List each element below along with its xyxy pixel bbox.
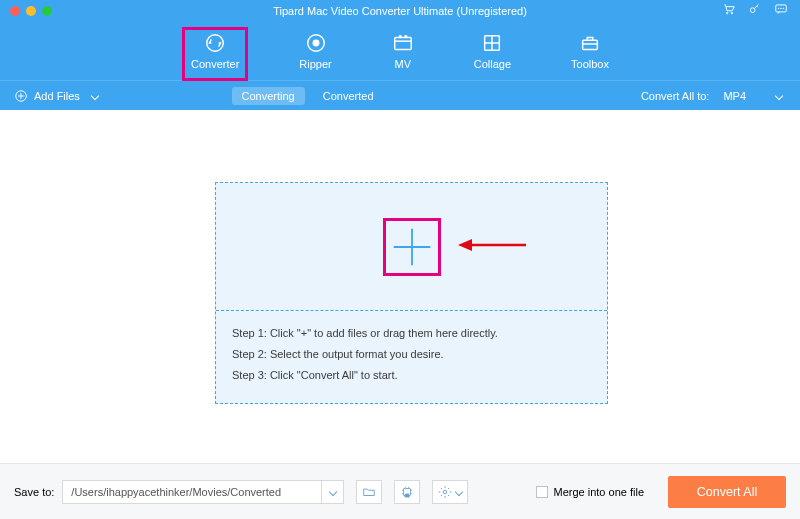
tab-collage[interactable]: Collage	[466, 28, 519, 80]
tab-converter[interactable]: Converter	[183, 28, 247, 80]
maximize-window-button[interactable]	[42, 6, 52, 16]
dropzone-upper[interactable]	[216, 183, 607, 311]
save-to-section: Save to: /Users/ihappyacethinker/Movies/…	[14, 480, 468, 504]
tab-label: MV	[394, 58, 411, 70]
header-actions	[722, 2, 788, 20]
gpu-accel-button[interactable]: ON	[394, 480, 420, 504]
filter-converted[interactable]: Converted	[323, 90, 374, 102]
chevron-down-icon	[455, 487, 463, 495]
title-bar: Tipard Mac Video Converter Ultimate (Unr…	[0, 0, 800, 22]
svg-point-20	[444, 490, 448, 494]
merge-checkbox[interactable]: Merge into one file	[536, 486, 645, 498]
settings-button[interactable]	[432, 480, 468, 504]
queue-filter-tabs: Converting Converted	[232, 87, 374, 105]
svg-rect-14	[583, 40, 598, 49]
window-controls	[10, 6, 52, 16]
key-icon[interactable]	[748, 2, 762, 20]
tab-label: Collage	[474, 58, 511, 70]
chevron-down-icon	[91, 91, 99, 99]
svg-text:ON: ON	[405, 494, 409, 498]
svg-point-0	[726, 12, 728, 14]
tab-label: Toolbox	[571, 58, 609, 70]
feedback-icon[interactable]	[774, 2, 788, 20]
tab-mv[interactable]: MV	[384, 28, 422, 80]
tab-label: Converter	[191, 58, 239, 70]
chevron-down-icon	[775, 91, 783, 99]
svg-rect-10	[394, 38, 411, 50]
merge-label: Merge into one file	[554, 486, 645, 498]
annotation-arrow	[458, 236, 528, 258]
svg-point-11	[399, 36, 401, 38]
chevron-down-icon	[329, 487, 337, 495]
minimize-window-button[interactable]	[26, 6, 36, 16]
plus-circle-icon	[14, 89, 28, 103]
svg-point-2	[750, 8, 755, 13]
output-format-value: MP4	[723, 90, 746, 102]
filter-converting[interactable]: Converting	[232, 87, 305, 105]
convert-all-to-label: Convert All to:	[641, 90, 709, 102]
add-files-label: Add Files	[34, 90, 80, 102]
window-title: Tipard Mac Video Converter Ultimate (Unr…	[273, 5, 527, 17]
add-files-big-button[interactable]	[386, 221, 438, 273]
instruction-step-1: Step 1: Click "+" to add files or drag t…	[232, 323, 591, 344]
save-path-field[interactable]: /Users/ihappyacethinker/Movies/Converted	[62, 480, 322, 504]
ripper-icon	[305, 32, 327, 54]
main-area: Step 1: Click "+" to add files or drag t…	[0, 110, 800, 463]
toolbar: Add Files Converting Converted Convert A…	[0, 80, 800, 110]
arrow-left-icon	[458, 236, 528, 254]
folder-icon	[362, 485, 376, 499]
close-window-button[interactable]	[10, 6, 20, 16]
svg-point-1	[731, 12, 733, 14]
save-path-dropdown-button[interactable]	[322, 480, 344, 504]
svg-point-4	[778, 8, 779, 9]
instruction-step-3: Step 3: Click "Convert All" to start.	[232, 365, 591, 386]
chip-icon: ON	[400, 485, 414, 499]
collage-icon	[481, 32, 503, 54]
svg-point-6	[783, 8, 784, 9]
svg-point-12	[405, 36, 407, 38]
svg-point-5	[781, 8, 782, 9]
tab-ripper[interactable]: Ripper	[291, 28, 339, 80]
save-to-label: Save to:	[14, 486, 54, 498]
instruction-step-2: Step 2: Select the output format you des…	[232, 344, 591, 365]
checkbox-icon	[536, 486, 548, 498]
plus-icon	[390, 225, 434, 269]
tab-toolbox[interactable]: Toolbox	[563, 28, 617, 80]
gear-icon	[438, 485, 452, 499]
converter-icon	[204, 32, 226, 54]
convert-all-to-section: Convert All to: MP4	[641, 88, 786, 104]
add-files-button[interactable]: Add Files	[14, 89, 98, 103]
svg-marker-17	[458, 239, 472, 251]
bottom-bar: Save to: /Users/ihappyacethinker/Movies/…	[0, 463, 800, 519]
convert-all-button[interactable]: Convert All	[668, 476, 786, 508]
convert-all-label: Convert All	[697, 485, 757, 499]
save-path-value: /Users/ihappyacethinker/Movies/Converted	[71, 486, 281, 498]
open-folder-button[interactable]	[356, 480, 382, 504]
top-tabs: Converter Ripper MV Collage Toolbox	[0, 22, 800, 80]
mv-icon	[392, 32, 414, 54]
cart-icon[interactable]	[722, 2, 736, 20]
dropzone: Step 1: Click "+" to add files or drag t…	[215, 182, 608, 404]
dropzone-instructions: Step 1: Click "+" to add files or drag t…	[216, 311, 607, 398]
toolbox-icon	[579, 32, 601, 54]
tab-label: Ripper	[299, 58, 331, 70]
svg-point-9	[313, 40, 319, 46]
output-format-dropdown[interactable]: MP4	[719, 88, 786, 104]
